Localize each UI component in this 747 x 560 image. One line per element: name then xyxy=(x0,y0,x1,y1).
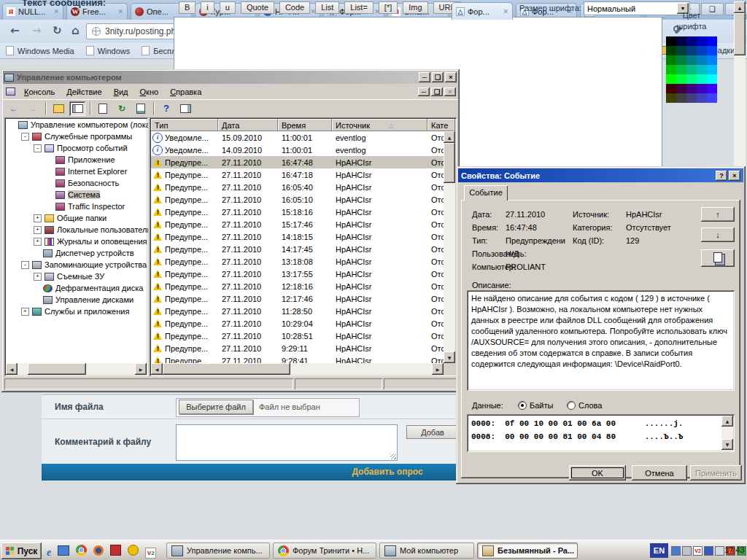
v2-icon[interactable]: V2 xyxy=(145,545,156,559)
bbcode-button[interactable]: List= xyxy=(344,1,374,14)
palette-cell[interactable] xyxy=(666,93,676,103)
palette-cell[interactable] xyxy=(676,36,686,46)
column-header-source[interactable]: Источник△ xyxy=(332,119,427,131)
event-row[interactable]: Предупре...27.11.201013:17:55HpAHCIsrОтс… xyxy=(151,268,444,280)
export-list-icon[interactable] xyxy=(133,101,149,116)
child-minimize-button[interactable]: ─ xyxy=(418,88,430,96)
event-row[interactable]: Предупре...27.11.20109:28:41HpAHCIsrОтсу xyxy=(151,354,444,363)
scroll-down-icon[interactable]: ▼ xyxy=(444,351,455,363)
event-row[interactable]: Предупре...27.11.201014:17:45HpAHCIsrОтс… xyxy=(151,243,444,255)
apply-button[interactable]: Применить xyxy=(690,465,742,481)
hex-scrollbar[interactable]: ▲ ▼ xyxy=(721,416,733,451)
show-tree-icon[interactable] xyxy=(69,101,85,116)
language-indicator[interactable]: EN xyxy=(650,543,668,558)
mmc-minimize-button[interactable]: ─ xyxy=(419,72,430,82)
mmc-title-bar[interactable]: Управление компьютером ─ ❑ × xyxy=(3,71,458,84)
event-row[interactable]: Предупре...27.11.201010:29:04HpAHCIsrОтс… xyxy=(151,317,444,330)
event-row[interactable]: iУведомле...14.09.201011:00:01eventlogОт… xyxy=(151,144,444,156)
palette-cell[interactable] xyxy=(707,55,717,65)
scroll-left-icon[interactable]: ◀ xyxy=(151,363,163,375)
scroll-up-icon[interactable]: ▲ xyxy=(444,131,455,143)
scroll-thumb[interactable] xyxy=(734,13,746,55)
palette-cell[interactable] xyxy=(666,74,676,84)
event-row[interactable]: Предупре...27.11.201016:47:18HpAHCIsrОтс… xyxy=(151,168,444,181)
menu-item[interactable]: Консоль xyxy=(18,86,61,98)
properties-icon[interactable] xyxy=(95,101,111,116)
tree-item[interactable]: -Запоминающие устройства xyxy=(6,259,148,271)
bbcode-button[interactable]: u xyxy=(220,1,236,14)
task-button[interactable]: Форум Тринити • Н... xyxy=(273,542,376,559)
menu-item[interactable]: Справка xyxy=(164,86,207,98)
bookmark-item[interactable]: Windows xyxy=(86,46,131,55)
v2-icon[interactable]: V2 xyxy=(693,546,703,556)
tree-item[interactable]: Управление дисками xyxy=(6,294,148,306)
palette-cell[interactable] xyxy=(666,84,676,93)
tab-close-icon[interactable]: ✕ xyxy=(117,8,123,15)
dialog-help-button[interactable]: ? xyxy=(716,171,727,181)
bbcode-button[interactable]: Quote xyxy=(241,1,274,14)
palette-cell[interactable] xyxy=(707,93,717,103)
event-row[interactable]: Предупре...27.11.201015:17:46HpAHCIsrОтс… xyxy=(151,218,444,230)
palette-cell[interactable] xyxy=(697,93,707,103)
palette-cell[interactable] xyxy=(676,93,686,103)
forward-icon[interactable]: → xyxy=(32,24,42,37)
palette-cell[interactable] xyxy=(666,65,676,74)
palette-cell[interactable] xyxy=(686,65,697,74)
scroll-up-icon[interactable]: ▲ xyxy=(721,416,733,427)
tree-item[interactable]: Безопасность xyxy=(6,177,148,189)
tree-item[interactable]: Система xyxy=(6,189,148,201)
qip-icon[interactable] xyxy=(128,545,139,559)
comment-textarea[interactable] xyxy=(176,424,398,461)
palette-cell[interactable] xyxy=(666,46,676,55)
browser-tab[interactable]: △Фор...✕ xyxy=(452,2,513,20)
scroll-right-icon[interactable]: ▶ xyxy=(135,363,147,375)
firefox-icon[interactable] xyxy=(93,545,104,559)
add-file-button[interactable]: Добав xyxy=(406,425,459,439)
refresh-icon[interactable]: ↻ xyxy=(114,101,130,116)
mouse-icon[interactable] xyxy=(682,546,692,556)
task-button[interactable]: Мой компьютер xyxy=(379,542,474,559)
list-hscrollbar[interactable]: ◀ ▶ xyxy=(151,363,444,375)
tree-item[interactable]: Дефрагментация диска xyxy=(6,282,148,294)
bbcode-button[interactable]: i xyxy=(201,1,214,14)
tree-expander-icon[interactable]: - xyxy=(34,144,42,152)
palette-cell[interactable] xyxy=(676,65,686,74)
help-icon[interactable]: ? xyxy=(158,101,174,116)
desktop-icon[interactable] xyxy=(58,545,69,559)
tree-item[interactable]: +Локальные пользователи xyxy=(6,224,148,236)
reload-icon[interactable]: ↻ xyxy=(53,24,62,37)
tree-item[interactable]: +Съемные ЗУ xyxy=(6,271,148,282)
copy-event-button[interactable] xyxy=(701,249,735,267)
event-row[interactable]: Предупре...27.11.201011:28:50HpAHCIsrОтс… xyxy=(151,305,444,317)
up-level-icon[interactable] xyxy=(50,101,66,116)
hex-data-box[interactable]: 0000: 0f 00 10 00 01 00 6a 00 ......j.00… xyxy=(467,414,735,452)
column-header-type[interactable]: Тип xyxy=(151,119,218,131)
bbcode-button[interactable]: Code xyxy=(279,1,310,14)
tab-close-icon[interactable]: ✕ xyxy=(53,8,59,15)
scroll-up-icon[interactable]: ▲ xyxy=(734,1,746,13)
palette-cell[interactable] xyxy=(666,55,676,65)
scroll-down-icon[interactable]: ▼ xyxy=(721,439,733,450)
palette-cell[interactable] xyxy=(697,55,707,65)
tree-expander-icon[interactable]: + xyxy=(21,308,29,316)
palette-cell[interactable] xyxy=(707,74,717,84)
window-icon[interactable] xyxy=(704,546,713,556)
palette-cell[interactable] xyxy=(707,46,717,55)
bbcode-button[interactable]: B xyxy=(179,1,196,14)
tree-item[interactable]: +Службы и приложения xyxy=(6,306,148,317)
event-row[interactable]: Предупре...27.11.201016:05:40HpAHCIsrОтс… xyxy=(151,181,444,193)
bbcode-button[interactable]: List xyxy=(315,1,339,14)
palette-cell[interactable] xyxy=(686,55,697,65)
bbcode-button[interactable]: [*] xyxy=(379,1,398,14)
tree-hscrollbar[interactable]: ◀ ▶ xyxy=(6,363,147,375)
palette-cell[interactable] xyxy=(686,36,697,46)
event-row[interactable]: Предупре...27.11.201016:47:48HpAHCIsrОтс… xyxy=(151,156,444,168)
tree-item[interactable]: -Служебные программы xyxy=(6,131,148,142)
palette-cell[interactable] xyxy=(676,74,686,84)
show-pane-icon[interactable] xyxy=(177,101,193,116)
menu-item[interactable]: Окно xyxy=(134,86,165,98)
tree-expander-icon[interactable]: - xyxy=(21,133,29,141)
menu-item[interactable]: Действие xyxy=(61,86,107,98)
home-icon[interactable]: ⌂ xyxy=(71,24,80,37)
palette-cell[interactable] xyxy=(686,46,697,55)
